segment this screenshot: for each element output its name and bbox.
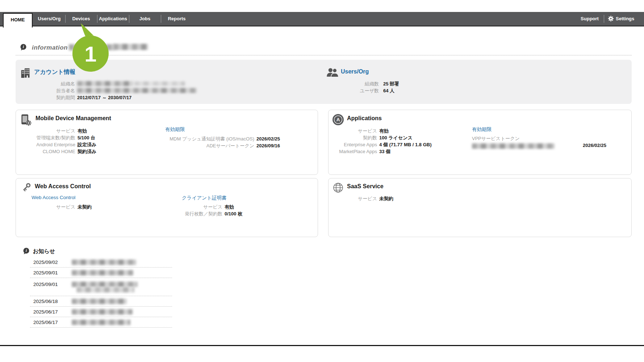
nav-separator — [65, 15, 66, 23]
mdm-expiry-link[interactable]: 有効期限 — [165, 126, 185, 133]
news-list: 2025/09/02 2025/09/01 2025/09/01 2025/06… — [30, 257, 172, 328]
tab-jobs[interactable]: Jobs — [129, 12, 161, 26]
nav-separator — [161, 15, 161, 23]
nav-separator — [129, 15, 129, 23]
users-icon — [326, 68, 339, 79]
mdm-row: 管理端末数/契約数 5/100 台 — [17, 134, 96, 141]
applications-row: サービス 有効 — [330, 127, 432, 134]
mdm-row: Android Enterprise 設定済み — [17, 141, 96, 148]
client-cert-link[interactable]: クライアント証明書 — [182, 195, 226, 201]
tab-reports[interactable]: Reports — [161, 12, 193, 26]
redacted-text — [69, 44, 114, 50]
tab-home[interactable]: HOME — [3, 13, 33, 28]
field-label: 組織数 — [328, 81, 379, 87]
news-item[interactable]: 2025/06/18 — [30, 296, 172, 307]
mdm-row: サービス 有効 — [17, 127, 96, 134]
field-value: 64 人 — [383, 88, 394, 94]
redacted-text — [472, 143, 555, 149]
section-divider — [16, 55, 632, 55]
users-org-heading[interactable]: Users/Org — [341, 68, 369, 75]
field-label: 発行枚数／契約数 — [164, 211, 222, 217]
web-access-row: 発行枚数／契約数 0/100 枚 — [164, 210, 242, 217]
mdm-expiry-row: MDM プッシュ通知証明書 (iOS/macOS) 2026/02/25 — [146, 135, 280, 142]
redacted-text — [77, 81, 133, 86]
redacted-text — [72, 270, 133, 275]
field-label: MarketPlace Apps — [330, 149, 377, 154]
field-value: 2012/07/17 ～ 2030/07/17 — [77, 94, 131, 101]
saas-row: サービス 未契約 — [330, 195, 393, 202]
field-value: 有効 — [225, 204, 234, 210]
info-bubble-icon: i — [23, 248, 30, 254]
field-label: 担当者名 — [17, 88, 75, 94]
news-item[interactable]: 2025/06/17 — [30, 307, 172, 317]
news-item[interactable]: 2025/06/17 — [30, 317, 172, 328]
saas-title: SaaS Service — [347, 183, 384, 190]
mdm-expiry-rows: MDM プッシュ通知証明書 (iOS/macOS) 2026/02/25 ADE… — [146, 135, 280, 149]
appstore-icon: A — [333, 114, 344, 127]
field-value: 25 部署 — [383, 81, 399, 87]
users-org-row: 組織数 25 部署 — [328, 80, 399, 87]
applications-expiry-link[interactable]: 有効期限 — [472, 126, 492, 133]
nav-separator — [604, 15, 604, 23]
redacted-text — [113, 44, 148, 50]
field-label: 組織名 — [17, 81, 75, 87]
web-access-link[interactable]: Web Access Control — [32, 195, 75, 200]
account-info-heading[interactable]: アカウント情報 — [34, 68, 75, 76]
mdm-rows: サービス 有効 管理端末数/契約数 5/100 台 Android Enterp… — [17, 127, 96, 155]
globe-icon — [333, 182, 343, 194]
field-value: 0/100 枚 — [225, 211, 242, 217]
news-item[interactable]: 2025/09/01 — [30, 268, 172, 278]
tab-applications[interactable]: Applications — [97, 12, 129, 26]
field-value: 100 ライセンス — [379, 135, 413, 141]
tab-devices[interactable]: Devices — [65, 12, 97, 26]
field-label: サービス — [330, 195, 377, 202]
information-heading: information — [32, 44, 68, 51]
news-date: 2025/09/01 — [30, 270, 64, 275]
web-access-row: サービス 未契約 — [17, 203, 92, 210]
users-org-row: ユーザ数 64 人 — [328, 87, 399, 94]
info-bubble-icon: i — [20, 44, 27, 51]
redacted-text — [72, 260, 136, 265]
redacted-text — [72, 309, 133, 315]
field-label: 契約数 — [330, 135, 377, 141]
field-label: サービス — [17, 204, 75, 210]
applications-row: Enterprise Apps 4 個 (71.77 MB / 1.8 GB) — [330, 141, 432, 148]
field-value: 有効 — [78, 128, 87, 134]
redacted-text — [72, 282, 138, 287]
mdm-expiry-row: ADEサーバートークン 2026/09/16 — [146, 142, 280, 149]
web-access-right-rows: サービス 有効 発行枚数／契約数 0/100 枚 — [164, 203, 242, 217]
field-value: 2026/09/16 — [256, 143, 280, 148]
news-date: 2025/06/18 — [30, 299, 64, 304]
field-label: サービス — [164, 204, 222, 210]
redacted-text — [72, 320, 130, 325]
vpp-token-date: 2026/02/25 — [583, 143, 606, 148]
nav-settings[interactable]: Settings — [616, 12, 637, 26]
redacted-text — [72, 299, 127, 304]
field-label: 管理端末数/契約数 — [17, 135, 75, 141]
web-access-left-rows: サービス 未契約 — [17, 203, 92, 210]
field-label: ユーザ数 — [328, 88, 379, 94]
web-access-row: サービス 有効 — [164, 203, 242, 210]
field-label: ADEサーバートークン — [146, 143, 254, 149]
redacted-text — [134, 81, 185, 86]
footer-divider — [0, 345, 644, 346]
field-value: 未契約 — [379, 195, 393, 202]
field-label: CLOMO HOME — [17, 149, 75, 154]
vpp-token-label: VPPサービストークン — [472, 135, 520, 142]
field-value: 契約済み — [78, 148, 96, 155]
news-item[interactable]: 2025/09/02 — [30, 257, 172, 268]
gear-icon — [608, 16, 614, 22]
mdm-title: Mobile Device Management — [35, 115, 111, 122]
key-icon — [21, 182, 31, 194]
field-value: 4 個 (71.77 MB / 1.8 GB) — [379, 142, 432, 148]
applications-row: 契約数 100 ライセンス — [330, 134, 432, 141]
mdm-row: CLOMO HOME 契約済み — [17, 148, 96, 155]
news-item-line2 — [30, 287, 172, 292]
field-value: 未契約 — [78, 204, 92, 210]
field-label: 契約期間 — [17, 94, 75, 101]
news-item[interactable]: 2025/09/01 — [30, 278, 172, 296]
web-access-title: Web Access Control — [35, 183, 91, 190]
saas-card: SaaS Service サービス 未契約 — [328, 178, 632, 237]
redacted-text — [76, 287, 134, 292]
tab-users-org[interactable]: Users/Org — [33, 12, 65, 26]
